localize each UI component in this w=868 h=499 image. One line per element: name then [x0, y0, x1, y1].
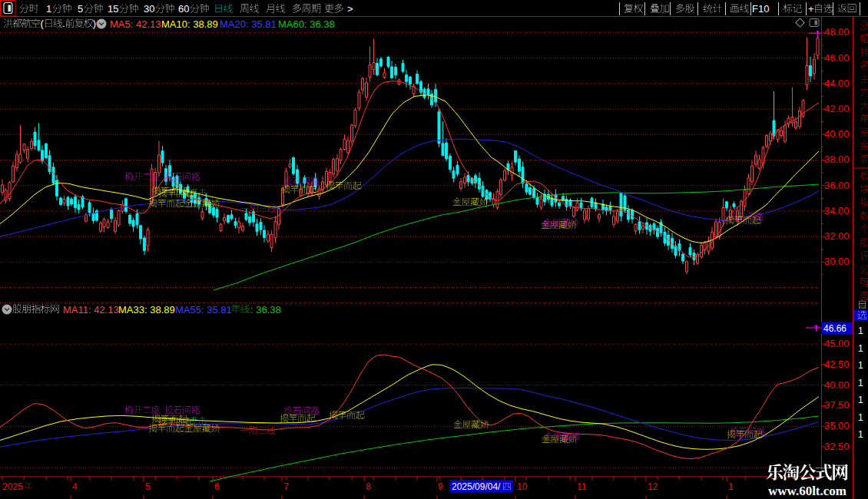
svg-text:1: 1: [46, 3, 51, 15]
svg-text:42.00: 42.00: [824, 103, 850, 114]
svg-text:6: 6: [214, 481, 220, 492]
svg-text:): ): [93, 18, 96, 29]
svg-text:MA33: 38.89: MA33: 38.89: [118, 304, 175, 316]
svg-text:32.00: 32.00: [824, 230, 850, 242]
svg-text:>: >: [347, 3, 353, 15]
svg-text:9: 9: [438, 481, 443, 492]
svg-text:5: 5: [145, 481, 151, 492]
svg-text:44.00: 44.00: [824, 78, 850, 89]
svg-text:48.00: 48.00: [824, 26, 850, 38]
svg-text:MA5: 42.13: MA5: 42.13: [110, 18, 161, 30]
svg-text:MA20: 35.81: MA20: 35.81: [220, 18, 277, 30]
svg-text:MA10: 38.89: MA10: 38.89: [161, 18, 218, 30]
svg-text:MA55: 35.81: MA55: 35.81: [175, 304, 232, 316]
svg-text:F10: F10: [752, 3, 769, 15]
svg-text:15: 15: [108, 3, 118, 15]
svg-text:(: (: [40, 18, 44, 29]
svg-text:60: 60: [178, 3, 189, 15]
svg-text:1: 1: [728, 481, 734, 492]
svg-text:4: 4: [72, 481, 78, 492]
svg-text:40.00: 40.00: [824, 128, 850, 140]
svg-text:1: 1: [858, 326, 863, 336]
svg-text:2025: 2025: [2, 481, 23, 492]
svg-text:12: 12: [648, 481, 658, 492]
svg-text:1: 1: [858, 378, 863, 388]
svg-text:: 36.38: : 36.38: [250, 304, 281, 316]
svg-text:7: 7: [283, 481, 289, 492]
svg-text:www.60lt.com: www.60lt.com: [768, 484, 846, 498]
svg-text:10: 10: [517, 481, 528, 492]
svg-text:1: 1: [858, 343, 863, 354]
svg-text:42.50: 42.50: [824, 359, 850, 370]
svg-text:1: 1: [858, 412, 863, 423]
svg-text:8: 8: [366, 481, 371, 492]
svg-text:MA11: 42.13: MA11: 42.13: [63, 304, 119, 316]
svg-text:30: 30: [144, 3, 154, 15]
svg-text:1: 1: [858, 360, 863, 371]
svg-text:35.00: 35.00: [824, 420, 850, 431]
svg-text:.: .: [62, 18, 65, 29]
svg-text:37.50: 37.50: [824, 399, 850, 411]
svg-text:36.00: 36.00: [824, 180, 850, 191]
svg-text:45.00: 45.00: [824, 338, 850, 349]
svg-text:1: 1: [858, 429, 863, 440]
svg-text:1: 1: [858, 395, 863, 405]
svg-text:+: +: [808, 3, 814, 15]
svg-text:32.50: 32.50: [824, 441, 850, 452]
svg-text:46.66: 46.66: [823, 323, 846, 334]
svg-text:30.00: 30.00: [824, 256, 850, 267]
svg-text:2025/09/04/: 2025/09/04/: [452, 481, 501, 492]
svg-text:40.00: 40.00: [824, 379, 850, 391]
svg-text:38.00: 38.00: [824, 154, 850, 165]
svg-text:11: 11: [577, 481, 587, 492]
svg-text:34.00: 34.00: [824, 205, 850, 216]
svg-text:5: 5: [78, 3, 83, 15]
svg-text:46.00: 46.00: [824, 52, 850, 64]
svg-text:MA60: 36.38: MA60: 36.38: [278, 18, 335, 30]
